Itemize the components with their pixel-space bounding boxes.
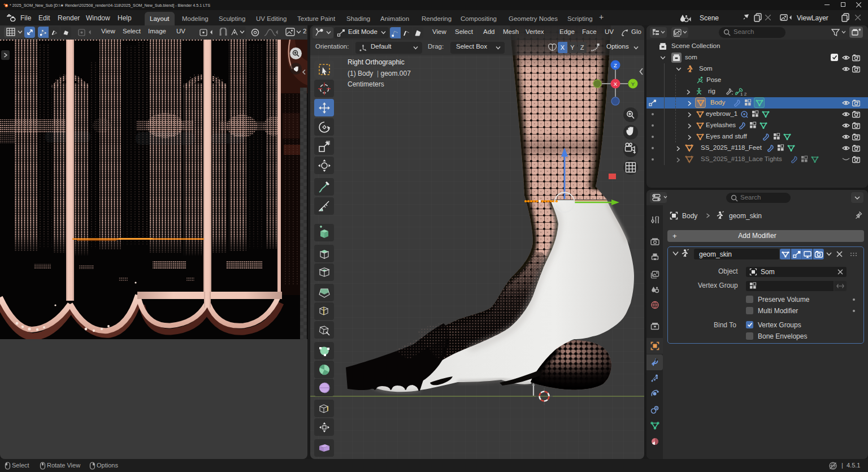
svg-text:Y: Y xyxy=(631,81,635,87)
svg-text:X: X xyxy=(614,81,618,87)
svg-text:Z: Z xyxy=(614,62,617,68)
